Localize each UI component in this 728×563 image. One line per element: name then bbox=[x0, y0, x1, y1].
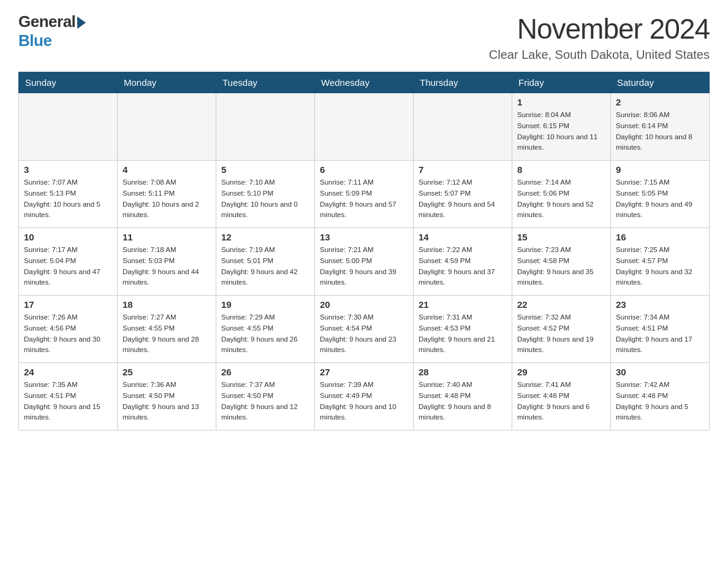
day-info: Sunrise: 7:36 AMSunset: 4:50 PMDaylight:… bbox=[123, 380, 211, 423]
calendar-cell bbox=[315, 93, 414, 161]
calendar-cell: 9Sunrise: 7:15 AMSunset: 5:05 PMDaylight… bbox=[611, 161, 710, 228]
calendar-cell: 30Sunrise: 7:42 AMSunset: 4:48 PMDayligh… bbox=[611, 363, 710, 431]
calendar-cell bbox=[216, 93, 315, 161]
calendar-week-row: 10Sunrise: 7:17 AMSunset: 5:04 PMDayligh… bbox=[19, 228, 710, 296]
calendar-header-sunday: Sunday bbox=[19, 72, 118, 93]
day-info: Sunrise: 7:40 AMSunset: 4:48 PMDaylight:… bbox=[419, 380, 507, 423]
day-info: Sunrise: 7:14 AMSunset: 5:06 PMDaylight:… bbox=[517, 177, 605, 221]
calendar-cell: 1Sunrise: 8:04 AMSunset: 6:15 PMDaylight… bbox=[512, 93, 611, 161]
day-number: 2 bbox=[616, 97, 704, 107]
day-number: 16 bbox=[616, 232, 704, 242]
day-info: Sunrise: 7:15 AMSunset: 5:05 PMDaylight:… bbox=[616, 177, 704, 221]
day-number: 25 bbox=[123, 367, 211, 377]
calendar-cell: 27Sunrise: 7:39 AMSunset: 4:49 PMDayligh… bbox=[315, 363, 414, 431]
calendar-header-monday: Monday bbox=[118, 72, 216, 93]
day-info: Sunrise: 7:19 AMSunset: 5:01 PMDaylight:… bbox=[221, 245, 309, 288]
day-number: 21 bbox=[419, 299, 507, 310]
calendar-cell: 2Sunrise: 8:06 AMSunset: 6:14 PMDaylight… bbox=[611, 93, 710, 161]
day-info: Sunrise: 7:18 AMSunset: 5:03 PMDaylight:… bbox=[123, 245, 211, 288]
calendar-cell: 8Sunrise: 7:14 AMSunset: 5:06 PMDaylight… bbox=[512, 161, 611, 228]
calendar-cell: 17Sunrise: 7:26 AMSunset: 4:56 PMDayligh… bbox=[19, 296, 118, 363]
day-info: Sunrise: 7:10 AMSunset: 5:10 PMDaylight:… bbox=[221, 177, 309, 221]
header: General Blue November 2024 Clear Lake, S… bbox=[18, 12, 710, 62]
logo-general-text: General bbox=[18, 12, 75, 31]
day-number: 10 bbox=[24, 232, 112, 242]
calendar-header-row: SundayMondayTuesdayWednesdayThursdayFrid… bbox=[19, 72, 710, 93]
calendar-header-friday: Friday bbox=[512, 72, 611, 93]
calendar-cell: 23Sunrise: 7:34 AMSunset: 4:51 PMDayligh… bbox=[611, 296, 710, 363]
day-info: Sunrise: 7:31 AMSunset: 4:53 PMDaylight:… bbox=[419, 312, 507, 356]
day-number: 26 bbox=[221, 367, 309, 377]
day-info: Sunrise: 7:34 AMSunset: 4:51 PMDaylight:… bbox=[616, 312, 704, 356]
calendar-cell bbox=[118, 93, 216, 161]
calendar-header-saturday: Saturday bbox=[611, 72, 710, 93]
calendar-cell: 26Sunrise: 7:37 AMSunset: 4:50 PMDayligh… bbox=[216, 363, 315, 431]
day-info: Sunrise: 7:21 AMSunset: 5:00 PMDaylight:… bbox=[320, 245, 408, 288]
day-info: Sunrise: 7:26 AMSunset: 4:56 PMDaylight:… bbox=[24, 312, 112, 356]
day-number: 29 bbox=[517, 367, 605, 377]
day-number: 27 bbox=[320, 367, 408, 377]
calendar-cell: 6Sunrise: 7:11 AMSunset: 5:09 PMDaylight… bbox=[315, 161, 414, 228]
calendar-header-thursday: Thursday bbox=[414, 72, 512, 93]
day-info: Sunrise: 7:23 AMSunset: 4:58 PMDaylight:… bbox=[517, 245, 605, 288]
calendar-cell: 28Sunrise: 7:40 AMSunset: 4:48 PMDayligh… bbox=[414, 363, 512, 431]
day-info: Sunrise: 8:04 AMSunset: 6:15 PMDaylight:… bbox=[517, 110, 605, 153]
day-number: 15 bbox=[517, 232, 605, 242]
calendar-cell: 19Sunrise: 7:29 AMSunset: 4:55 PMDayligh… bbox=[216, 296, 315, 363]
day-number: 11 bbox=[123, 232, 211, 242]
calendar-cell: 5Sunrise: 7:10 AMSunset: 5:10 PMDaylight… bbox=[216, 161, 315, 228]
day-info: Sunrise: 7:37 AMSunset: 4:50 PMDaylight:… bbox=[221, 380, 309, 423]
day-info: Sunrise: 7:07 AMSunset: 5:13 PMDaylight:… bbox=[24, 177, 112, 221]
calendar-cell: 16Sunrise: 7:25 AMSunset: 4:57 PMDayligh… bbox=[611, 228, 710, 296]
day-info: Sunrise: 7:30 AMSunset: 4:54 PMDaylight:… bbox=[320, 312, 408, 356]
calendar-header-tuesday: Tuesday bbox=[216, 72, 315, 93]
calendar-cell: 3Sunrise: 7:07 AMSunset: 5:13 PMDaylight… bbox=[19, 161, 118, 228]
day-number: 19 bbox=[221, 299, 309, 310]
day-number: 7 bbox=[419, 164, 507, 175]
day-info: Sunrise: 7:35 AMSunset: 4:51 PMDaylight:… bbox=[24, 380, 112, 423]
day-info: Sunrise: 7:22 AMSunset: 4:59 PMDaylight:… bbox=[419, 245, 507, 288]
day-number: 28 bbox=[419, 367, 507, 377]
calendar-cell: 18Sunrise: 7:27 AMSunset: 4:55 PMDayligh… bbox=[118, 296, 216, 363]
day-info: Sunrise: 7:11 AMSunset: 5:09 PMDaylight:… bbox=[320, 177, 408, 221]
day-number: 23 bbox=[616, 299, 704, 310]
day-info: Sunrise: 7:29 AMSunset: 4:55 PMDaylight:… bbox=[221, 312, 309, 356]
day-info: Sunrise: 7:08 AMSunset: 5:11 PMDaylight:… bbox=[123, 177, 211, 221]
calendar-cell: 22Sunrise: 7:32 AMSunset: 4:52 PMDayligh… bbox=[512, 296, 611, 363]
day-number: 17 bbox=[24, 299, 112, 310]
calendar-cell: 15Sunrise: 7:23 AMSunset: 4:58 PMDayligh… bbox=[512, 228, 611, 296]
title-area: November 2024 Clear Lake, South Dakota, … bbox=[489, 12, 710, 62]
calendar-cell: 12Sunrise: 7:19 AMSunset: 5:01 PMDayligh… bbox=[216, 228, 315, 296]
calendar-week-row: 24Sunrise: 7:35 AMSunset: 4:51 PMDayligh… bbox=[19, 363, 710, 431]
calendar-cell: 13Sunrise: 7:21 AMSunset: 5:00 PMDayligh… bbox=[315, 228, 414, 296]
calendar-table: SundayMondayTuesdayWednesdayThursdayFrid… bbox=[18, 72, 710, 431]
calendar-cell: 29Sunrise: 7:41 AMSunset: 4:48 PMDayligh… bbox=[512, 363, 611, 431]
day-number: 30 bbox=[616, 367, 704, 377]
day-info: Sunrise: 7:41 AMSunset: 4:48 PMDaylight:… bbox=[517, 380, 605, 423]
calendar-cell: 20Sunrise: 7:30 AMSunset: 4:54 PMDayligh… bbox=[315, 296, 414, 363]
calendar-cell: 14Sunrise: 7:22 AMSunset: 4:59 PMDayligh… bbox=[414, 228, 512, 296]
day-number: 13 bbox=[320, 232, 408, 242]
day-number: 14 bbox=[419, 232, 507, 242]
calendar-cell: 25Sunrise: 7:36 AMSunset: 4:50 PMDayligh… bbox=[118, 363, 216, 431]
day-number: 9 bbox=[616, 164, 704, 175]
day-number: 5 bbox=[221, 164, 309, 175]
day-number: 24 bbox=[24, 367, 112, 377]
calendar-cell: 7Sunrise: 7:12 AMSunset: 5:07 PMDaylight… bbox=[414, 161, 512, 228]
calendar-cell: 4Sunrise: 7:08 AMSunset: 5:11 PMDaylight… bbox=[118, 161, 216, 228]
day-info: Sunrise: 7:12 AMSunset: 5:07 PMDaylight:… bbox=[419, 177, 507, 221]
calendar-week-row: 17Sunrise: 7:26 AMSunset: 4:56 PMDayligh… bbox=[19, 296, 710, 363]
logo-blue-text: Blue bbox=[18, 31, 51, 50]
calendar-cell bbox=[19, 93, 118, 161]
day-info: Sunrise: 7:25 AMSunset: 4:57 PMDaylight:… bbox=[616, 245, 704, 288]
day-info: Sunrise: 7:39 AMSunset: 4:49 PMDaylight:… bbox=[320, 380, 408, 423]
location-title: Clear Lake, South Dakota, United States bbox=[489, 48, 710, 62]
day-info: Sunrise: 7:17 AMSunset: 5:04 PMDaylight:… bbox=[24, 245, 112, 288]
calendar-cell: 10Sunrise: 7:17 AMSunset: 5:04 PMDayligh… bbox=[19, 228, 118, 296]
calendar-week-row: 1Sunrise: 8:04 AMSunset: 6:15 PMDaylight… bbox=[19, 93, 710, 161]
day-number: 6 bbox=[320, 164, 408, 175]
calendar-week-row: 3Sunrise: 7:07 AMSunset: 5:13 PMDaylight… bbox=[19, 161, 710, 228]
calendar-cell: 11Sunrise: 7:18 AMSunset: 5:03 PMDayligh… bbox=[118, 228, 216, 296]
calendar-cell bbox=[414, 93, 512, 161]
day-info: Sunrise: 7:32 AMSunset: 4:52 PMDaylight:… bbox=[517, 312, 605, 356]
